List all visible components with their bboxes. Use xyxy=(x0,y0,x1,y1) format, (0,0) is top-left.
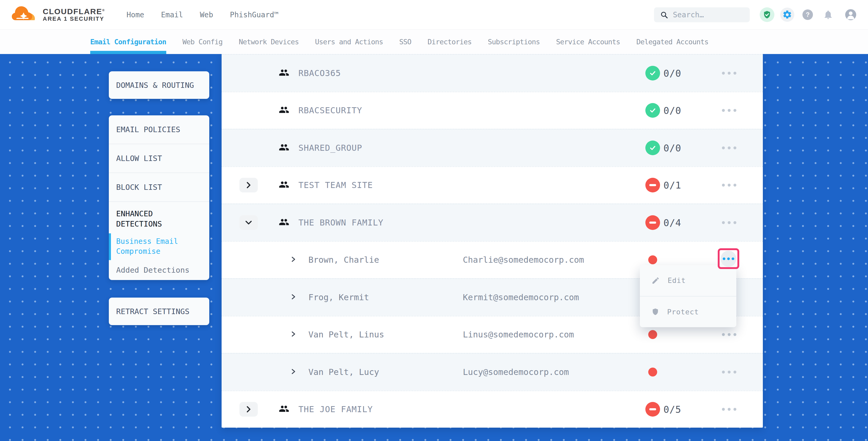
member-email: Linus@somedemocorp.com xyxy=(463,329,574,340)
chevron-right-icon xyxy=(246,406,251,413)
member-name: Frog, Kermit xyxy=(308,292,369,302)
row-menu-button[interactable] xyxy=(720,105,738,116)
shield-check-icon[interactable] xyxy=(760,7,774,22)
row-menu-button-highlighted[interactable] xyxy=(718,248,739,269)
nav-phishguard[interactable]: PhishGuard™ xyxy=(230,10,278,19)
help-icon[interactable]: ? xyxy=(802,9,813,20)
table-row[interactable]: Van Pelt, Lucy Lucy@somedemocorp.com xyxy=(222,353,763,390)
settings-gear-icon[interactable] xyxy=(780,8,794,22)
sidebar-card-retract: RETRACT SETTINGS xyxy=(109,297,209,325)
tab-directories[interactable]: Directories xyxy=(428,30,471,54)
nav-web[interactable]: Web xyxy=(200,10,213,19)
sidebar-item-added-detections[interactable]: Added Detections xyxy=(109,260,209,280)
status-minus-icon xyxy=(645,178,660,192)
sidebar-item-domains-routing[interactable]: DOMAINS & ROUTING xyxy=(109,71,209,99)
menu-item-protect[interactable]: Protect xyxy=(640,296,736,327)
sidebar-item-enhanced-detections[interactable]: ENHANCED DETECTIONS xyxy=(109,202,184,233)
row-menu-button[interactable] xyxy=(720,68,738,78)
row-menu-button[interactable] xyxy=(720,180,738,190)
tab-network-devices[interactable]: Network Devices xyxy=(239,30,299,54)
row-menu-button[interactable] xyxy=(720,404,738,414)
group-icon xyxy=(279,144,289,152)
sidebar-item-retract-settings[interactable]: RETRACT SETTINGS xyxy=(109,297,209,325)
group-name: RBACSECURITY xyxy=(299,105,362,115)
search-input[interactable] xyxy=(672,10,744,20)
nav-email[interactable]: Email xyxy=(161,10,183,19)
row-context-menu: Edit Protect xyxy=(640,265,736,327)
tab-sso[interactable]: SSO xyxy=(399,30,411,54)
member-chevron-icon xyxy=(291,369,296,375)
cloudflare-logo[interactable]: CLOUDFLARE® AREA 1 SECURITY xyxy=(11,4,105,25)
tab-users-and-actions[interactable]: Users and Actions xyxy=(315,30,383,54)
group-name: TEST TEAM SITE xyxy=(299,180,373,190)
row-menu-button[interactable] xyxy=(720,329,738,340)
tab-subscriptions[interactable]: Subscriptions xyxy=(488,30,540,54)
groups-table: RBACO365 0/0 RBACSECURITY 0/0 SHARED_GRO… xyxy=(222,54,763,428)
nav-home[interactable]: Home xyxy=(127,10,144,19)
status-check-icon xyxy=(645,66,660,81)
table-row[interactable]: TEST TEAM SITE 0/1 xyxy=(222,166,763,204)
account-avatar-icon[interactable] xyxy=(845,9,856,20)
status-dot xyxy=(648,255,657,264)
member-count: 0/0 xyxy=(663,143,681,153)
group-icon xyxy=(279,69,289,77)
cloudflare-cloud-icon xyxy=(11,4,40,25)
table-row[interactable]: RBACSECURITY 0/0 xyxy=(222,92,763,129)
table-row[interactable]: THE JOE FAMILY 0/5 xyxy=(222,390,763,428)
table-row[interactable]: RBACO365 0/0 xyxy=(222,54,763,92)
primary-nav: Home Email Web PhishGuard™ xyxy=(127,10,279,19)
group-icon xyxy=(279,218,289,227)
sidebar-card-policies: EMAIL POLICIES ALLOW LIST BLOCK LIST ENH… xyxy=(109,115,209,280)
member-count: 0/4 xyxy=(663,217,681,228)
tab-email-configuration[interactable]: Email Configuration xyxy=(90,30,166,54)
group-name: RBACO365 xyxy=(299,68,341,78)
search-box[interactable] xyxy=(654,7,750,22)
tab-service-accounts[interactable]: Service Accounts xyxy=(556,30,620,54)
menu-item-label: Protect xyxy=(667,308,699,316)
brand-trademark: ® xyxy=(102,8,105,12)
chevron-right-icon xyxy=(246,182,251,189)
tab-delegated-accounts[interactable]: Delegated Accounts xyxy=(637,30,709,54)
member-chevron-icon xyxy=(291,256,296,263)
brand-text: CLOUDFLARE® AREA 1 SECURITY xyxy=(43,7,105,22)
member-count: 0/1 xyxy=(663,180,681,191)
group-icon xyxy=(279,405,289,414)
row-menu-button[interactable] xyxy=(720,367,738,377)
ellipsis-icon xyxy=(721,251,736,267)
tab-web-config[interactable]: Web Config xyxy=(183,30,223,54)
expand-button[interactable] xyxy=(240,178,258,192)
group-name: SHARED_GROUP xyxy=(299,143,362,153)
pencil-icon xyxy=(651,276,660,285)
group-name: THE JOE FAMILY xyxy=(299,404,373,414)
member-count: 0/5 xyxy=(663,404,681,415)
row-menu-button[interactable] xyxy=(720,217,738,228)
group-icon xyxy=(279,106,289,115)
status-minus-icon xyxy=(645,402,660,417)
secondary-nav: Email Configuration Web Config Network D… xyxy=(0,29,868,54)
row-menu-button[interactable] xyxy=(720,143,738,153)
brand-title: CLOUDFLARE xyxy=(43,7,102,16)
sidebar-item-block-list[interactable]: BLOCK LIST xyxy=(109,173,209,201)
sidebar-item-email-policies[interactable]: EMAIL POLICIES xyxy=(109,115,209,144)
brand-subtitle: AREA 1 SECURITY xyxy=(43,16,105,22)
member-chevron-icon xyxy=(291,294,296,301)
member-email: Charlie@somedemocorp.com xyxy=(463,255,584,265)
search-icon xyxy=(660,11,668,19)
sidebar-card-domains: DOMAINS & ROUTING xyxy=(109,71,209,99)
expand-button[interactable] xyxy=(240,402,258,417)
notifications-bell-icon[interactable] xyxy=(823,9,834,21)
member-name: Brown, Charlie xyxy=(308,255,379,265)
member-chevron-icon xyxy=(291,331,296,338)
shield-icon xyxy=(651,308,659,316)
menu-item-edit[interactable]: Edit xyxy=(640,265,736,296)
table-row[interactable]: THE BROWN FAMILY 0/4 xyxy=(222,203,763,241)
member-count: 0/0 xyxy=(663,68,681,78)
sidebar-item-business-email-compromise[interactable]: Business Email Compromise xyxy=(109,233,189,260)
member-email: Kermit@somedemocorp.com xyxy=(463,292,579,302)
group-name: THE BROWN FAMILY xyxy=(299,218,383,228)
member-name: Van Pelt, Linus xyxy=(308,329,384,340)
member-count: 0/0 xyxy=(663,105,681,116)
sidebar-item-allow-list[interactable]: ALLOW LIST xyxy=(109,144,209,172)
table-row[interactable]: SHARED_GROUP 0/0 xyxy=(222,129,763,166)
collapse-button[interactable] xyxy=(240,215,258,230)
